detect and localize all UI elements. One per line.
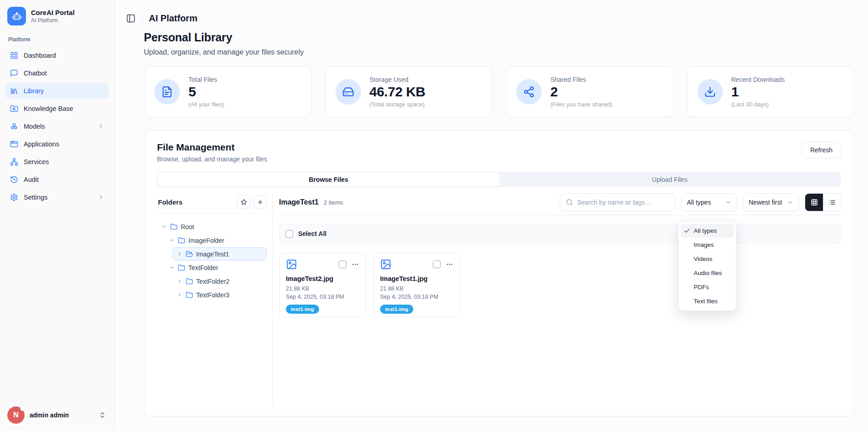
select-all-checkbox[interactable] (285, 230, 293, 238)
search-input[interactable] (577, 199, 670, 206)
chat-icon (10, 69, 18, 77)
user-name: admin admin (30, 411, 94, 419)
type-filter-select[interactable]: All types (681, 193, 737, 211)
chevron-right-icon[interactable] (177, 251, 183, 257)
image-file-icon (380, 259, 391, 270)
tree-item-label: ImageFolder (188, 237, 224, 244)
chevron-right-icon (97, 123, 104, 130)
chevron-down-icon (725, 199, 731, 205)
tree-item-label: Root (181, 223, 194, 231)
sidebar-item-chatbot[interactable]: Chatbot (5, 65, 109, 81)
sidebar-nav: Dashboard Chatbot Library Knowledge Base… (0, 47, 114, 400)
dropdown-option-videos[interactable]: Videos (681, 252, 734, 266)
stat-label: Storage Used (370, 76, 426, 83)
stat-card-storage-used: Storage Used 46.72 KB (Total storage spa… (325, 66, 493, 117)
user-menu[interactable]: N admin admin (0, 400, 114, 431)
chevron-right-icon[interactable] (177, 278, 183, 284)
sidebar-item-label: Models (24, 123, 45, 130)
sidebar-toggle-icon[interactable] (126, 14, 136, 23)
sidebar-item-services[interactable]: Services (5, 154, 109, 170)
app-title: AI Platform (149, 13, 198, 24)
gear-icon (10, 193, 18, 201)
main-area: AI Platform Personal Library Upload, org… (115, 0, 868, 431)
file-management-title: File Management (157, 142, 267, 153)
dropdown-option-all-types[interactable]: All types (681, 224, 734, 238)
stat-value: 1 (731, 84, 785, 100)
add-folder-button[interactable] (253, 195, 267, 209)
sidebar-item-knowledge-base[interactable]: Knowledge Base (5, 100, 109, 116)
sidebar-item-label: Settings (24, 194, 47, 201)
dropdown-option-audio-files[interactable]: Audio files (681, 266, 734, 280)
search-input-wrapper (560, 193, 675, 211)
favorite-folder-button[interactable] (237, 195, 250, 209)
tree-item-imagetest1[interactable]: ImageTest1 (173, 247, 267, 261)
sidebar-item-library[interactable]: Library (5, 83, 109, 99)
chevron-right-icon (97, 194, 104, 200)
tree-item-label: TextFolder3 (196, 291, 229, 299)
tree-item-imagefolder[interactable]: ImageFolder (165, 234, 267, 247)
search-icon (566, 199, 573, 206)
tree-item-label: TextFolder (188, 264, 218, 271)
file-size: 21.88 KB (286, 285, 359, 293)
file-tabs: Browse Files Upload Files (157, 172, 841, 187)
brand-logo (7, 7, 26, 25)
file-tag-badge[interactable]: test1-img (380, 305, 413, 314)
file-card[interactable]: ImageTest2.jpg 21.88 KB Sep 4, 2025, 03:… (279, 253, 366, 317)
brand-title: CoreAI Portal (31, 9, 75, 17)
chevron-right-icon[interactable] (177, 292, 183, 298)
stat-note: (Total storage space) (370, 101, 426, 108)
library-icon (10, 87, 18, 95)
avatar-letter: N (13, 411, 19, 419)
file-cards-grid: ImageTest2.jpg 21.88 KB Sep 4, 2025, 03:… (279, 253, 841, 317)
history-icon (10, 175, 18, 184)
page-content: Personal Library Upload, organize, and m… (115, 31, 868, 416)
topbar: AI Platform (115, 0, 868, 25)
grid-view-button[interactable] (805, 194, 823, 211)
dropdown-option-pdfs[interactable]: PDFs (681, 280, 734, 294)
app-window-icon (10, 140, 18, 148)
dropdown-option-text-files[interactable]: Text files (681, 294, 734, 308)
list-view-button[interactable] (823, 194, 841, 211)
sidebar-item-models[interactable]: Models (5, 118, 109, 134)
file-tag-badge[interactable]: test1-img (286, 305, 319, 314)
sidebar-item-audit[interactable]: Audit (5, 171, 109, 187)
tab-browse-files[interactable]: Browse Files (158, 173, 499, 186)
dashboard-icon (10, 51, 18, 60)
chevron-down-icon[interactable] (169, 265, 175, 271)
refresh-button[interactable]: Refresh (802, 142, 841, 158)
sidebar-item-applications[interactable]: Applications (5, 136, 109, 152)
more-options-icon[interactable] (351, 261, 359, 268)
file-checkbox[interactable] (433, 261, 441, 268)
dropdown-option-images[interactable]: Images (681, 238, 734, 252)
file-checkbox[interactable] (339, 261, 346, 268)
brand: CoreAI Portal AI Platform (0, 0, 114, 30)
folder-search-icon (10, 105, 18, 113)
chevron-down-icon[interactable] (169, 237, 175, 243)
tree-item-textfolder3[interactable]: TextFolder3 (173, 288, 267, 301)
stat-note: (All your files) (188, 101, 224, 108)
chevron-down-icon[interactable] (161, 224, 167, 230)
type-filter-value: All types (687, 199, 711, 206)
sidebar-item-dashboard[interactable]: Dashboard (5, 47, 109, 63)
sidebar-item-settings[interactable]: Settings (5, 189, 109, 205)
dropdown-option-label: Videos (694, 256, 712, 262)
files-toolbar: ImageTest1 2 items All types (279, 193, 841, 215)
select-all-bar: Select All (279, 224, 841, 244)
tree-item-root[interactable]: Root (157, 220, 267, 233)
sort-select[interactable]: Newest first (743, 193, 799, 211)
plus-icon (257, 199, 264, 205)
stat-card-shared-files: Shared Files 2 (Files you have shared) (506, 66, 674, 117)
tree-item-textfolder2[interactable]: TextFolder2 (173, 275, 267, 288)
sidebar-item-label: Chatbot (24, 70, 47, 77)
stat-label: Recent Downloads (731, 76, 785, 83)
current-folder-name: ImageTest1 (279, 198, 319, 206)
tree-item-label: TextFolder2 (196, 278, 229, 285)
tab-upload-files[interactable]: Upload Files (499, 173, 841, 186)
sidebar-item-label: Audit (24, 176, 39, 183)
image-file-icon (286, 259, 297, 270)
more-options-icon[interactable] (446, 261, 453, 268)
sidebar-item-label: Dashboard (24, 52, 56, 59)
file-card[interactable]: ImageTest1.jpg 21.88 KB Sep 4, 2025, 03:… (373, 253, 460, 317)
items-count: 2 items (324, 199, 344, 206)
tree-item-textfolder[interactable]: TextFolder (165, 261, 267, 274)
